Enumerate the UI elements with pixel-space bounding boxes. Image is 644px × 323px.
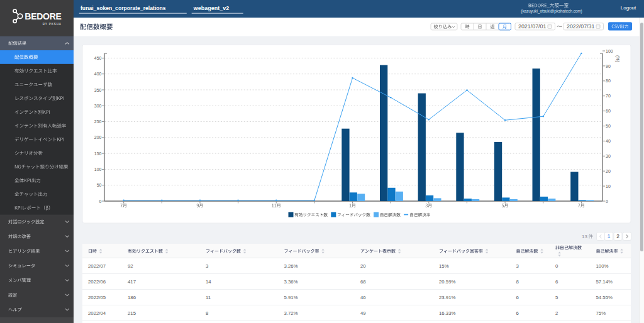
svg-text:23.91%: 23.91%	[439, 295, 456, 300]
svg-text:10: 10	[606, 184, 611, 189]
svg-text:450: 450	[94, 56, 102, 60]
svg-text:16.33%: 16.33%	[439, 310, 456, 316]
svg-text:2022/07/31: 2022/07/31	[567, 23, 594, 30]
svg-text:13: 13	[582, 234, 587, 239]
svg-text:417: 417	[128, 279, 136, 285]
svg-text:186: 186	[128, 295, 136, 300]
svg-text:215: 215	[128, 310, 136, 316]
svg-text:20.59%: 20.59%	[439, 279, 456, 285]
svg-text:2022/06: 2022/06	[88, 279, 106, 285]
svg-text:50: 50	[606, 124, 611, 128]
svg-text:3.36%: 3.36%	[284, 279, 298, 285]
svg-text:5.91%: 5.91%	[284, 295, 298, 300]
svg-text:92: 92	[128, 263, 133, 269]
svg-text:3: 3	[206, 263, 208, 269]
svg-text:57.14%: 57.14%	[596, 279, 613, 285]
svg-text:54.55%: 54.55%	[596, 295, 613, 300]
svg-text:0: 0	[606, 199, 608, 204]
svg-text:3.26%: 3.26%	[284, 263, 298, 269]
svg-text:8: 8	[206, 310, 208, 316]
svg-text:46: 46	[360, 295, 366, 300]
svg-text:75%: 75%	[596, 310, 606, 316]
svg-text:6: 6	[555, 279, 558, 285]
svg-text:14: 14	[206, 279, 211, 285]
svg-text:40: 40	[606, 139, 611, 143]
svg-text:30: 30	[606, 154, 611, 158]
svg-text:BY PKSHA: BY PKSHA	[43, 23, 62, 26]
svg-text:2021/07/01: 2021/07/01	[518, 23, 546, 30]
svg-text:80: 80	[606, 79, 611, 83]
svg-text:49: 49	[360, 310, 366, 316]
svg-text:Logout: Logout	[621, 5, 636, 11]
svg-text:68: 68	[360, 279, 366, 285]
svg-text:1: 1	[608, 233, 611, 239]
svg-text:20: 20	[360, 263, 366, 269]
svg-text:250: 250	[94, 119, 102, 124]
svg-text:funai_soken_corporate_relation: funai_soken_corporate_relations	[80, 5, 166, 11]
svg-text:6: 6	[516, 310, 519, 316]
svg-text:50: 50	[97, 183, 102, 187]
svg-text:0: 0	[555, 263, 558, 269]
svg-text:200: 200	[94, 135, 102, 140]
svg-text:90: 90	[606, 64, 611, 68]
svg-text:2022/07: 2022/07	[88, 263, 106, 269]
svg-text:webagent_v2: webagent_v2	[193, 5, 230, 11]
svg-text:400: 400	[94, 72, 102, 76]
svg-text:300: 300	[94, 104, 102, 108]
svg-text:11: 11	[206, 295, 211, 300]
svg-text:100%: 100%	[596, 263, 609, 269]
svg-text:2: 2	[555, 310, 558, 316]
svg-text:60: 60	[606, 109, 611, 113]
svg-text:(kazuyuki_otsuki@pkshatech.com: (kazuyuki_otsuki@pkshatech.com)	[521, 9, 582, 14]
svg-text:6: 6	[516, 295, 519, 300]
svg-text:100: 100	[606, 49, 613, 53]
svg-text:3: 3	[516, 263, 519, 269]
svg-text:3.72%: 3.72%	[284, 310, 298, 316]
svg-text:8: 8	[516, 279, 519, 285]
svg-text:BEDORE: BEDORE	[25, 11, 61, 21]
svg-text:0: 0	[99, 199, 102, 204]
svg-text:350: 350	[94, 88, 102, 92]
svg-text:20: 20	[606, 169, 611, 173]
svg-text:100: 100	[94, 167, 102, 172]
svg-text:70: 70	[606, 94, 611, 98]
svg-text:(%): (%)	[615, 55, 620, 62]
svg-text:15%: 15%	[439, 263, 449, 269]
svg-text:2: 2	[616, 233, 619, 239]
svg-text:5: 5	[555, 295, 558, 300]
svg-text:2022/04: 2022/04	[88, 310, 106, 316]
svg-text:2022/05: 2022/05	[88, 295, 106, 300]
svg-text:150: 150	[94, 151, 102, 156]
